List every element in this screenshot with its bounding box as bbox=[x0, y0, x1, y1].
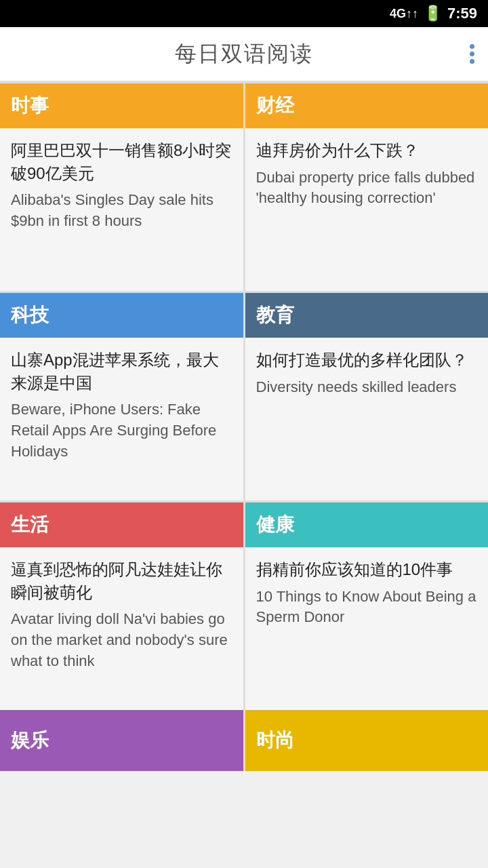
card-header-jiankang: 健康 bbox=[245, 502, 489, 547]
card-header-caijing: 财经 bbox=[245, 83, 489, 128]
card-jiaoyu[interactable]: 教育 如何打造最优的多样化团队？ Diversity needs skilled… bbox=[245, 293, 489, 500]
clock: 7:59 bbox=[447, 5, 477, 22]
three-dots-icon bbox=[470, 44, 474, 64]
card-header-keji: 科技 bbox=[0, 293, 243, 338]
card-header-shishang: 时尚 bbox=[245, 710, 489, 771]
zh-text-jiankang: 捐精前你应该知道的10件事 bbox=[256, 558, 478, 581]
en-text-jiaoyu: Diversity needs skilled leaders bbox=[256, 377, 478, 398]
en-text-jiankang: 10 Things to Know About Being a Sperm Do… bbox=[256, 587, 478, 629]
signal-icon: 4G↑↑ bbox=[390, 7, 418, 21]
card-caijing[interactable]: 财经 迪拜房价为什么下跌？ Dubai property price falls… bbox=[245, 83, 489, 291]
card-body-keji: 山寨App混进苹果系统，最大来源是中国 Beware, iPhone Users… bbox=[0, 338, 243, 500]
card-header-jiaoyu: 教育 bbox=[245, 293, 489, 338]
status-bar: 4G↑↑ 🔋 7:59 bbox=[0, 0, 488, 27]
card-body-jiankang: 捐精前你应该知道的10件事 10 Things to Know About Be… bbox=[245, 547, 489, 710]
card-body-shishi: 阿里巴巴双十一销售额8小时突破90亿美元 Alibaba's Singles D… bbox=[0, 128, 243, 291]
zh-text-jiaoyu: 如何打造最优的多样化团队？ bbox=[256, 349, 478, 372]
card-body-shenghuo: 逼真到恐怖的阿凡达娃娃让你瞬间被萌化 Avatar living doll Na… bbox=[0, 547, 243, 710]
battery-icon: 🔋 bbox=[424, 5, 442, 22]
card-body-jiaoyu: 如何打造最优的多样化团队？ Diversity needs skilled le… bbox=[245, 338, 489, 500]
en-text-keji: Beware, iPhone Users: Fake Retail Apps A… bbox=[11, 399, 232, 462]
card-shishang[interactable]: 时尚 bbox=[245, 710, 489, 771]
card-header-shenghuo: 生活 bbox=[0, 502, 243, 547]
card-keji[interactable]: 科技 山寨App混进苹果系统，最大来源是中国 Beware, iPhone Us… bbox=[0, 293, 243, 500]
zh-text-caijing: 迪拜房价为什么下跌？ bbox=[256, 139, 478, 162]
en-text-caijing: Dubai property price falls dubbed 'healt… bbox=[256, 167, 478, 210]
card-shishi[interactable]: 时事 阿里巴巴双十一销售额8小时突破90亿美元 Alibaba's Single… bbox=[0, 83, 243, 291]
bottom-row: 娱乐 时尚 bbox=[0, 710, 488, 771]
zh-text-keji: 山寨App混进苹果系统，最大来源是中国 bbox=[11, 349, 232, 394]
en-text-shenghuo: Avatar living doll Na'vi babies go on th… bbox=[11, 609, 232, 671]
card-body-caijing: 迪拜房价为什么下跌？ Dubai property price falls du… bbox=[245, 128, 489, 291]
en-text-shishi: Alibaba's Singles Day sale hits $9bn in … bbox=[11, 190, 232, 232]
card-shenghuo[interactable]: 生活 逼真到恐怖的阿凡达娃娃让你瞬间被萌化 Avatar living doll… bbox=[0, 502, 243, 710]
card-yule[interactable]: 娱乐 bbox=[0, 710, 243, 771]
news-grid: 时事 阿里巴巴双十一销售额8小时突破90亿美元 Alibaba's Single… bbox=[0, 81, 488, 710]
card-header-yule: 娱乐 bbox=[0, 710, 243, 771]
zh-text-shishi: 阿里巴巴双十一销售额8小时突破90亿美元 bbox=[11, 139, 232, 184]
app-title: 每日双语阅读 bbox=[175, 39, 313, 69]
app-header: 每日双语阅读 bbox=[0, 27, 488, 81]
zh-text-shenghuo: 逼真到恐怖的阿凡达娃娃让你瞬间被萌化 bbox=[11, 558, 232, 604]
card-jiankang[interactable]: 健康 捐精前你应该知道的10件事 10 Things to Know About… bbox=[245, 502, 489, 710]
menu-button[interactable] bbox=[470, 44, 474, 64]
card-header-shishi: 时事 bbox=[0, 83, 243, 128]
